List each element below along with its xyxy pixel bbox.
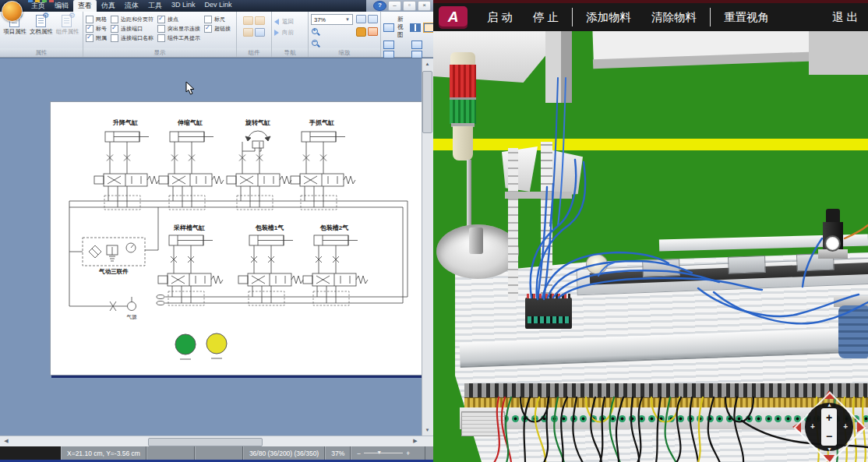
banana-socket[interactable] — [774, 415, 782, 422]
display-checkbox-2-1[interactable]: 突出显示连接 — [157, 25, 200, 32]
back-button[interactable]: 返回 — [274, 18, 294, 26]
clear-material-button[interactable]: 清除物料 — [641, 10, 707, 25]
banana-socket[interactable] — [697, 415, 704, 422]
app-logo-icon[interactable] — [2, 1, 23, 22]
component-find-icon[interactable] — [255, 28, 265, 37]
menu-tab-7[interactable]: Dev Link — [200, 0, 237, 12]
qa-icon-2[interactable] — [35, 0, 40, 2]
banana-socket[interactable] — [677, 415, 684, 422]
nav-zoom-out-button[interactable]: − — [821, 427, 837, 446]
banana-socket[interactable] — [648, 415, 655, 422]
banana-socket[interactable] — [746, 415, 753, 422]
display-checkbox-2-0[interactable]: 接点 — [157, 16, 200, 23]
menu-tab-3[interactable]: 仿真 — [97, 0, 120, 12]
nav-zoom-in-button[interactable]: + — [821, 408, 837, 427]
component-icon-1[interactable] — [243, 16, 253, 25]
menu-tab-4[interactable]: 流体 — [120, 0, 143, 12]
banana-socket[interactable] — [638, 415, 645, 422]
checkbox-checked-icon[interactable] — [157, 16, 165, 23]
banana-socket[interactable] — [687, 415, 694, 422]
slider-plus-icon[interactable]: + — [406, 450, 410, 457]
yellow-indicator-button[interactable] — [206, 333, 227, 354]
add-material-button[interactable]: 添加物料 — [576, 10, 641, 25]
quick-access-toolbar[interactable] — [28, 0, 54, 2]
scroll-down-icon[interactable]: ▼ — [422, 425, 432, 435]
scroll-left-icon[interactable]: ◀ — [1, 436, 12, 446]
checkbox-icon[interactable] — [111, 16, 118, 23]
exit-button[interactable]: 退 出 — [822, 10, 868, 25]
menu-tab-6[interactable]: 3D Link — [167, 0, 200, 12]
banana-socket[interactable] — [580, 415, 587, 422]
checkbox-checked-icon[interactable] — [86, 25, 94, 33]
banana-socket[interactable] — [668, 415, 675, 422]
checkbox-checked-icon[interactable] — [86, 34, 94, 42]
checkbox-icon[interactable] — [111, 34, 118, 42]
banana-socket[interactable] — [619, 415, 626, 422]
camera-nav-widget[interactable]: + + ▲ ▼ + − — [793, 391, 865, 462]
zoom-fit-icon[interactable] — [356, 15, 366, 23]
slider-minus-icon[interactable]: − — [357, 450, 361, 457]
banana-socket[interactable] — [521, 415, 528, 422]
zoom-area-icon[interactable] — [368, 27, 378, 36]
banana-socket[interactable] — [570, 415, 577, 422]
start-button[interactable]: 启 动 — [477, 10, 523, 25]
vertical-scrollbar[interactable]: ▲ ▼ — [422, 58, 433, 436]
slider-track[interactable]: ▼ — [364, 453, 403, 453]
banana-socket[interactable] — [531, 415, 538, 422]
checkbox-checked-icon[interactable] — [204, 25, 212, 33]
banana-socket[interactable] — [629, 415, 636, 422]
checkbox-icon[interactable] — [86, 16, 94, 23]
3d-viewport[interactable]: + + ▲ ▼ + − — [433, 31, 868, 462]
zoom-level-dropdown[interactable]: 37%▼ — [311, 14, 353, 25]
display-checkbox-2-2[interactable]: 组件工具提示 — [157, 34, 200, 41]
banana-socket[interactable] — [716, 415, 723, 422]
status-zoom-slider[interactable]: − ▼ + — [351, 446, 425, 460]
display-checkbox-0-1[interactable]: 标号 — [86, 25, 107, 32]
checkbox-checked-icon[interactable] — [111, 25, 118, 33]
horizontal-scrollbar[interactable]: ◀ ▶ — [0, 436, 433, 446]
qa-icon-4[interactable] — [49, 0, 54, 2]
display-checkbox-1-1[interactable]: 连接端口 — [111, 25, 153, 32]
qa-icon-1[interactable] — [28, 0, 33, 2]
banana-socket[interactable] — [765, 415, 772, 422]
display-checkbox-3-0[interactable]: 标尺 — [204, 16, 231, 23]
banana-socket[interactable] — [658, 415, 665, 422]
maximize-button[interactable]: ▫ — [403, 1, 416, 11]
display-checkbox-3-1[interactable]: 超链接 — [204, 25, 231, 32]
minimize-button[interactable]: – — [388, 1, 401, 11]
banana-socket[interactable] — [541, 415, 548, 422]
stop-button[interactable]: 停 止 — [523, 10, 569, 25]
zoom-out-icon[interactable]: − — [311, 39, 320, 48]
properties-button-1[interactable]: ⚙文档属性 — [29, 14, 55, 48]
component-icon-2[interactable] — [255, 16, 265, 25]
checkbox-icon[interactable] — [157, 25, 165, 33]
forward-button[interactable]: 向前 — [274, 29, 294, 37]
cascade-windows-icon[interactable] — [383, 41, 394, 49]
vertical-scroll-thumb[interactable] — [422, 71, 432, 133]
qa-icon-3[interactable] — [42, 0, 47, 2]
display-checkbox-0-0[interactable]: 网格 — [86, 16, 107, 23]
banana-socket[interactable] — [736, 415, 743, 422]
zoom-in-icon[interactable]: + — [311, 27, 320, 37]
checkbox-icon[interactable] — [204, 16, 212, 23]
banana-socket[interactable] — [726, 415, 733, 422]
banana-socket[interactable] — [551, 415, 558, 422]
menu-tab-2[interactable]: 查看 — [73, 0, 97, 12]
close-button[interactable]: × — [418, 1, 431, 11]
scroll-right-icon[interactable]: ▶ — [410, 436, 421, 446]
banana-socket[interactable] — [560, 415, 567, 422]
banana-socket[interactable] — [512, 415, 519, 422]
banana-socket[interactable] — [707, 415, 714, 422]
display-checkbox-1-0[interactable]: 边距和分页符 — [111, 16, 153, 23]
help-button[interactable]: ? — [373, 1, 386, 11]
new-view-icon[interactable] — [383, 23, 394, 32]
new-view-label[interactable]: 新视图 — [397, 16, 407, 39]
banana-socket[interactable] — [755, 415, 762, 422]
display-checkbox-1-2[interactable]: 连接端口名称 — [111, 34, 153, 41]
display-checkbox-0-2[interactable]: 附属 — [86, 34, 107, 41]
banana-socket[interactable] — [599, 415, 606, 422]
banana-socket[interactable] — [609, 415, 616, 422]
split-view-icon[interactable] — [410, 23, 421, 32]
checkbox-icon[interactable] — [157, 34, 165, 42]
scroll-up-icon[interactable]: ▲ — [422, 59, 432, 69]
